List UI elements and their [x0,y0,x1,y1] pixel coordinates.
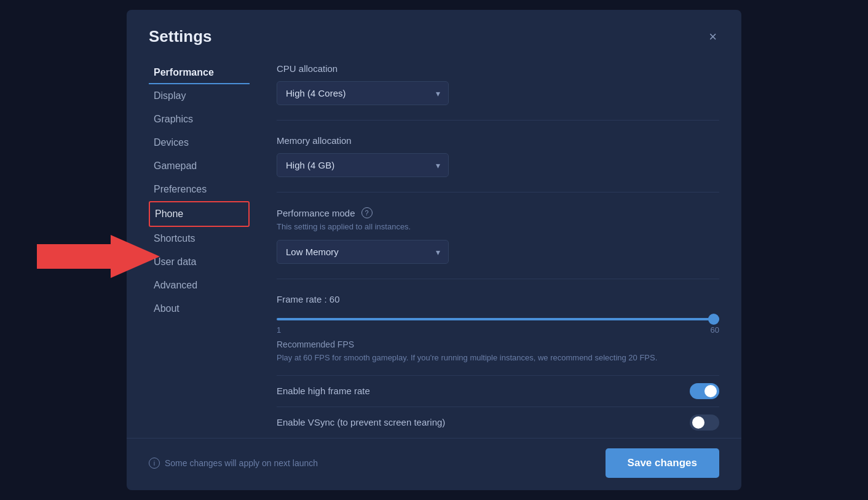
performance-mode-label: Performance mode [277,208,355,218]
sidebar-item-devices[interactable]: Devices [149,131,250,154]
divider-3 [277,279,719,279]
sidebar-item-about[interactable]: About [149,297,250,320]
fps-info-title: Recommended FPS [277,339,719,349]
performance-mode-select[interactable]: Low Memory Balanced High Performance [277,240,449,264]
performance-mode-sub-text: This setting is applied to all instances… [277,222,719,231]
toggle-row-vsync: Enable VSync (to prevent screen tearing) [277,407,719,438]
sidebar-item-gamepad[interactable]: Gamepad [149,154,250,178]
cpu-allocation-label: CPU allocation [277,63,719,74]
memory-allocation-select[interactable]: Low (1 GB) Medium (2 GB) High (4 GB) Ult… [277,153,449,177]
toggle-high-frame-rate[interactable] [690,383,719,399]
modal-body: Performance Display Graphics Devices Gam… [127,56,741,438]
content-area: CPU allocation Low (1 Core) Medium (2 Co… [262,56,741,438]
memory-allocation-label: Memory allocation [277,135,719,146]
close-button[interactable]: × [706,28,719,46]
cpu-allocation-select-wrapper: Low (1 Core) Medium (2 Cores) High (4 Co… [277,81,449,105]
frame-rate-slider-container [277,312,719,323]
modal-header: Settings × [127,10,741,56]
toggle-label-high-frame-rate: Enable high frame rate [277,386,370,396]
sidebar-item-phone[interactable]: Phone [149,201,250,227]
fps-info-text: Play at 60 FPS for smooth gameplay. If y… [277,352,719,364]
divider-1 [277,120,719,121]
modal-title: Settings [149,27,212,46]
sidebar-item-display[interactable]: Display [149,84,250,108]
sidebar-item-shortcuts[interactable]: Shortcuts [149,227,250,250]
settings-modal: Settings × Performance Display Graphics … [127,10,741,490]
modal-footer: i Some changes will apply on next launch… [127,438,741,490]
memory-allocation-select-wrapper: Low (1 GB) Medium (2 GB) High (4 GB) Ult… [277,153,449,177]
sidebar: Performance Display Graphics Devices Gam… [127,56,262,438]
save-changes-button[interactable]: Save changes [606,448,719,478]
performance-mode-select-wrapper: Low Memory Balanced High Performance [277,240,449,264]
performance-mode-help-icon[interactable]: ? [361,207,373,218]
footer-info-text: Some changes will apply on next launch [165,458,318,468]
slider-range-row: 1 60 [277,325,719,335]
cpu-allocation-select[interactable]: Low (1 Core) Medium (2 Cores) High (4 Co… [277,81,449,105]
toggle-label-vsync: Enable VSync (to prevent screen tearing) [277,417,445,427]
sidebar-item-userdata[interactable]: User data [149,250,250,274]
sidebar-item-advanced[interactable]: Advanced [149,274,250,297]
modal-overlay: Settings × Performance Display Graphics … [0,0,868,500]
frame-rate-label: Frame rate : 60 [277,294,719,304]
toggle-vsync[interactable] [690,415,719,431]
slider-min-label: 1 [277,325,281,335]
sidebar-item-graphics[interactable]: Graphics [149,108,250,131]
sidebar-item-preferences[interactable]: Preferences [149,178,250,201]
sidebar-item-performance[interactable]: Performance [149,61,250,84]
footer-info: i Some changes will apply on next launch [149,458,318,469]
performance-mode-row: Performance mode ? [277,207,719,218]
toggle-row-high-frame-rate: Enable high frame rate [277,375,719,407]
divider-2 [277,192,719,192]
frame-rate-slider[interactable] [277,318,719,320]
slider-max-label: 60 [711,325,719,335]
info-icon: i [149,458,160,469]
